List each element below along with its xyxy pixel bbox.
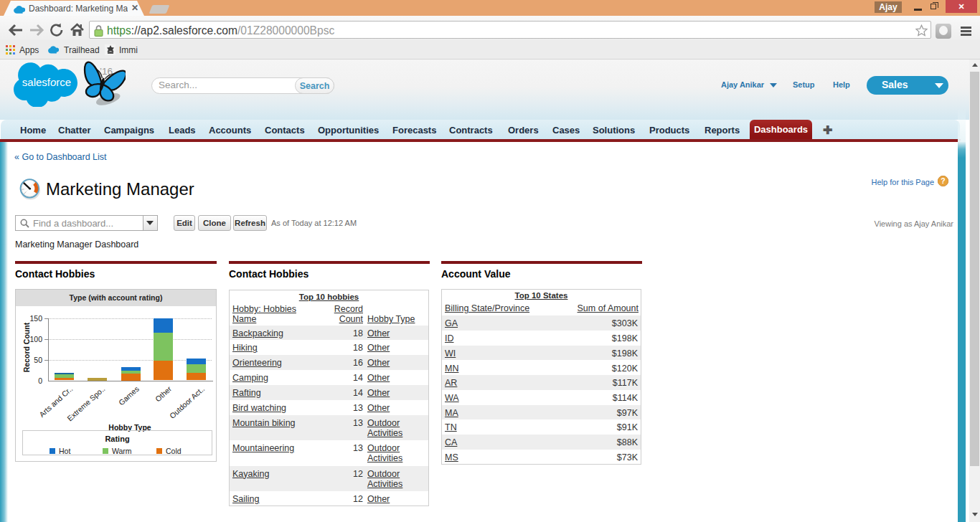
svg-text:salesforce: salesforce — [22, 76, 71, 88]
svg-text:?: ? — [941, 176, 945, 185]
